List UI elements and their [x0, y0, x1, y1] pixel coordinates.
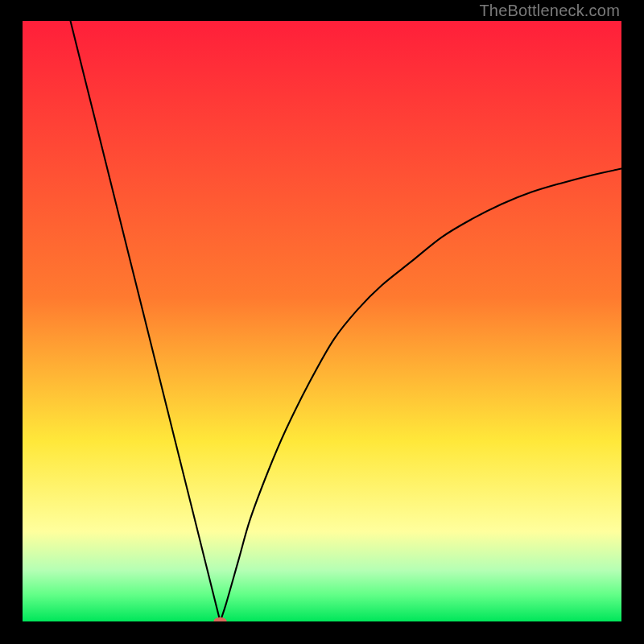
plot-area — [23, 21, 621, 621]
watermark-text: TheBottleneck.com — [479, 2, 620, 20]
plot-svg — [23, 21, 621, 621]
chart-frame: TheBottleneck.com — [0, 0, 644, 644]
gradient-background — [23, 21, 621, 621]
